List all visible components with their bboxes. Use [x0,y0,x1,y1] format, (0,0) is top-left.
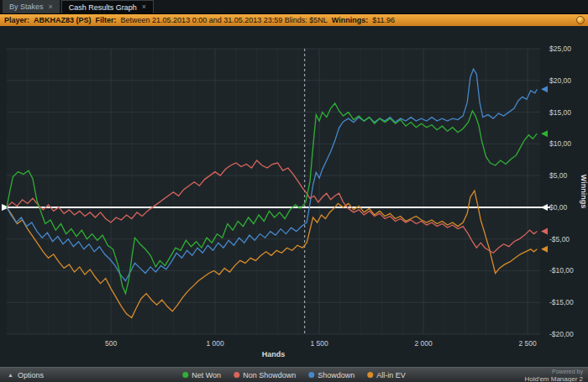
bottom-bar: ▲ Options Net WonNon ShowdownShowdownAll… [0,367,588,382]
hm2-window: By Stakes × Cash Results Graph × Player:… [0,0,588,382]
y-axis-tick-label: $15,00 [549,108,571,117]
tab-bar: By Stakes × Cash Results Graph × [0,0,588,14]
y-axis-tick-label: -$20,00 [549,330,574,338]
x-axis-tick-label: 2 500 [518,339,537,348]
tab-cash-results-graph[interactable]: Cash Results Graph × [61,0,154,13]
legend-swatch-icon [308,372,314,378]
tab-by-stakes[interactable]: By Stakes × [3,0,60,13]
winnings-value: $11.96 [372,16,395,24]
filter-value: Between 21.05.2013 0:00 and 31.05.2013 2… [121,16,328,24]
legend-swatch-icon [182,372,188,378]
series-end-arrow-non-showdown [541,228,548,235]
y-axis-tick-label: -$15,00 [549,298,574,306]
filter-label: Filter: [96,16,117,24]
series-end-arrow-net-won [541,130,548,137]
y-axis-tick-label: $5,00 [549,171,568,180]
x-axis-tick-label: 2 000 [414,339,433,348]
options-button[interactable]: ▲ Options [0,368,51,382]
chart-area: $25,00$20,00$15,00$10,00$5,00$0,00-$5,00… [0,26,588,367]
y-axis-tick-label: -$5,00 [549,235,570,243]
legend-item-all-in-ev[interactable]: All-in EV [367,371,406,379]
powered-by-line2: Hold'em Manager 2 [524,375,583,382]
legend-item-non-showdown[interactable]: Non Showdown [234,371,296,379]
legend-label: Non Showdown [243,371,296,379]
tab-by-stakes-close-icon[interactable]: × [49,3,53,11]
winnings-label: Winnings: [332,16,368,24]
powered-by: Powered by Hold'em Manager 2 [524,369,583,382]
y-axis-tick-label: $25,00 [549,44,571,53]
series-end-arrow-all-in-ev [541,246,548,253]
y-axis-tick-label: $0,00 [549,203,568,212]
player-value: ABKHAZ83 (PS) [34,16,92,24]
legend-swatch-icon [367,372,373,378]
results-graph: $25,00$20,00$15,00$10,00$5,00$0,00-$5,00… [0,26,588,367]
powered-by-line1: Powered by [524,369,583,375]
zero-line-right-arrow-icon [541,204,548,211]
legend-label: All-in EV [376,371,406,379]
y-axis-tick-label: $20,00 [549,76,571,85]
tab-by-stakes-label: By Stakes [9,3,44,11]
legend-label: Net Won [192,371,221,379]
x-axis-title: Hands [262,350,286,358]
series-end-arrow-showdown [541,86,548,92]
x-axis-tick-label: 500 [105,339,117,348]
x-axis-tick-label: 1 000 [206,339,224,348]
plot-background [7,49,540,334]
y-axis-tick-label: $10,00 [549,139,571,148]
x-axis-tick-label: 1 500 [310,339,328,348]
legend-label: Showdown [318,371,354,379]
y-axis-title: Winnings [580,175,588,208]
tab-cash-results-graph-close-icon[interactable]: × [142,3,146,11]
options-button-label: Options [18,371,44,379]
legend-item-net-won[interactable]: Net Won [182,371,221,379]
filter-info-bar: Player: ABKHAZ83 (PS) Filter: Between 21… [0,14,588,26]
options-arrow-icon: ▲ [8,372,13,378]
legend-swatch-icon [234,372,239,378]
tab-cash-results-graph-label: Cash Results Graph [69,3,137,12]
hm-badge-icon[interactable] [576,16,585,24]
legend-item-showdown[interactable]: Showdown [308,371,354,379]
y-axis-tick-label: -$10,00 [549,266,574,275]
chart-legend: Net WonNon ShowdownShowdownAll-in EV [182,368,405,382]
player-label: Player: [4,16,29,24]
